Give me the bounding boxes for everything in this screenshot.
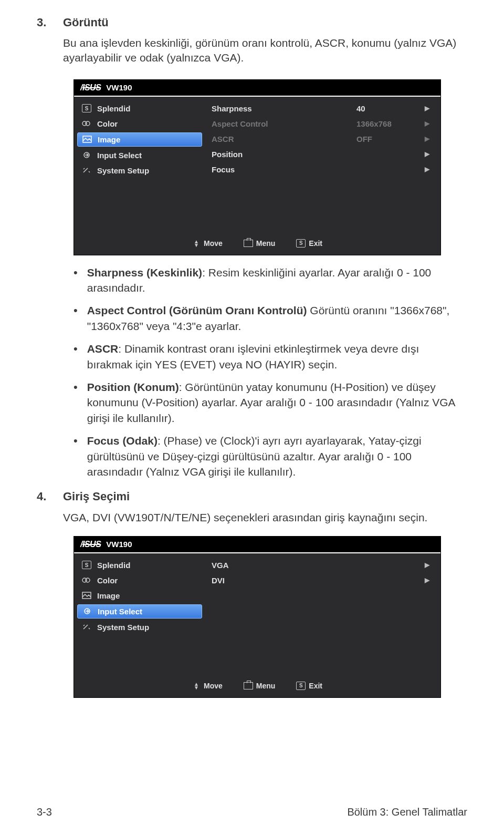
arrow-right-icon: ▶ (425, 561, 434, 569)
bullet-ascr: ASCR: Dinamik kontrast oranı işlevini et… (74, 341, 467, 372)
bullet-term: Position (Konum) (87, 381, 179, 393)
sidebar-label: Image (97, 591, 120, 600)
asus-logo-icon: /ISUS (80, 83, 101, 92)
footer-label: Menu (256, 239, 276, 248)
sidebar-label: Color (97, 576, 118, 585)
row-sharpness[interactable]: Sharpness 40 ▶ (205, 101, 440, 116)
setting-value: 1366x768 (356, 119, 425, 128)
section-4-header: 4. Giriş Seçimi (37, 490, 467, 503)
arrow-right-icon: ▶ (425, 105, 434, 112)
tools-icon (80, 167, 93, 174)
s-key-icon: S (296, 682, 306, 690)
row-aspect-control[interactable]: Aspect Control 1366x768 ▶ (205, 116, 440, 131)
sidebar-item-input[interactable]: Input Select (77, 604, 202, 619)
arrow-right-icon: ▶ (425, 576, 434, 584)
sidebar-item-system[interactable]: System Setup (74, 620, 205, 635)
sidebar-item-input[interactable]: Input Select (74, 148, 205, 163)
row-ascr[interactable]: ASCR OFF ▶ (205, 131, 440, 147)
footer-menu: Menu (244, 239, 276, 248)
setting-value: 40 (356, 104, 425, 113)
page-number: 3-3 (37, 806, 52, 818)
setting-label: Sharpness (212, 104, 356, 113)
osd-header: /ISUS VW190 (74, 80, 440, 96)
input-icon (81, 608, 93, 615)
footer-exit: S Exit (296, 682, 322, 690)
bullet-text: : Dinamik kontrast oranı işlevini etkinl… (87, 343, 419, 370)
row-vga[interactable]: VGA ▶ (205, 558, 440, 573)
palette-icon (80, 120, 93, 127)
setting-label: VGA (212, 561, 356, 570)
osd-settings: VGA ▶ DVI ▶ (205, 553, 440, 676)
sidebar-label: Splendid (97, 104, 130, 113)
osd-empty-space (205, 588, 440, 672)
footer-label: Exit (309, 682, 322, 690)
input-icon (80, 151, 93, 159)
arrow-right-icon: ▶ (425, 166, 434, 173)
setting-label: Aspect Control (212, 119, 356, 128)
tools-icon (80, 623, 93, 631)
arrow-right-icon: ▶ (425, 150, 434, 158)
osd-sidebar: S Splendid Color Image Input Select Syst… (74, 97, 205, 234)
footer-label: Exit (309, 239, 322, 248)
osd-input-select-menu: /ISUS VW190 S Splendid Color Image Input… (74, 536, 441, 698)
s-key-icon: S (80, 104, 93, 112)
page-footer: 3-3 Bölüm 3: Genel Talimatlar (0, 806, 504, 818)
footer-move: ▲▼ Move (192, 238, 223, 249)
sidebar-label: Color (97, 119, 118, 128)
setting-value: OFF (356, 135, 425, 143)
bullet-term: ASCR (87, 343, 119, 355)
section-3-bullets: Sharpness (Keskinlik): Resim keskinliğin… (74, 265, 467, 480)
row-dvi[interactable]: DVI ▶ (205, 573, 440, 588)
arrow-right-icon: ▶ (425, 135, 434, 142)
osd-image-menu: /ISUS VW190 S Splendid Color Image Input… (74, 79, 441, 255)
sidebar-label: Splendid (97, 561, 130, 570)
footer-exit: S Exit (296, 239, 322, 248)
menu-icon (244, 682, 253, 689)
footer-label: Menu (256, 682, 276, 690)
section-4-intro: VGA, DVI (VW190T/N/TE/NE) seçenekleri ar… (63, 510, 467, 525)
bullet-focus: Focus (Odak): (Phase) ve (Clock)'i ayrı … (74, 433, 467, 479)
chapter-title: Bölüm 3: Genel Talimatlar (347, 806, 467, 818)
sidebar-label: Image (98, 135, 120, 144)
bullet-term: Aspect Control (Görünüm Oranı Kontrolü) (87, 304, 307, 316)
s-key-icon: S (296, 239, 306, 248)
svg-point-1 (86, 121, 90, 126)
sidebar-label: System Setup (97, 166, 149, 175)
osd-footer: ▲▼ Move Menu S Exit (74, 676, 440, 697)
arrow-right-icon: ▶ (425, 120, 434, 127)
osd-model: VW190 (106, 83, 132, 92)
footer-move: ▲▼ Move (192, 681, 223, 691)
setting-label: Focus (212, 165, 356, 174)
bullet-sharpness: Sharpness (Keskinlik): Resim keskinliğin… (74, 265, 467, 296)
sidebar-item-system[interactable]: System Setup (74, 163, 205, 178)
sidebar-item-image[interactable]: Image (74, 588, 205, 603)
osd-empty-space (205, 177, 440, 230)
sidebar-item-splendid[interactable]: S Splendid (74, 558, 205, 573)
osd-settings: Sharpness 40 ▶ Aspect Control 1366x768 ▶… (205, 97, 440, 234)
section-3-number: 3. (37, 16, 63, 29)
footer-label: Move (204, 239, 223, 248)
s-key-icon: S (80, 561, 93, 569)
palette-icon (80, 576, 93, 584)
updown-arrow-icon: ▲▼ (192, 238, 201, 249)
updown-arrow-icon: ▲▼ (192, 681, 201, 691)
image-icon (81, 136, 93, 143)
row-position[interactable]: Position ▶ (205, 147, 440, 162)
bullet-term: Sharpness (Keskinlik) (87, 266, 202, 279)
asus-logo-icon: /ISUS (80, 540, 101, 549)
image-icon (80, 592, 93, 599)
bullet-position: Position (Konum): Görüntünün yatay konum… (74, 379, 467, 426)
osd-footer: ▲▼ Move Menu S Exit (74, 234, 440, 255)
row-focus[interactable]: Focus ▶ (205, 162, 440, 177)
menu-icon (244, 240, 253, 247)
section-3-title: Görüntü (63, 16, 109, 29)
osd-model: VW190 (106, 540, 132, 549)
sidebar-item-splendid[interactable]: S Splendid (74, 101, 205, 116)
sidebar-item-image[interactable]: Image (77, 132, 202, 147)
bullet-aspect: Aspect Control (Görünüm Oranı Kontrolü) … (74, 303, 467, 334)
sidebar-item-color[interactable]: Color (74, 573, 205, 588)
sidebar-label: Input Select (97, 151, 142, 160)
sidebar-label: System Setup (97, 623, 149, 632)
sidebar-item-color[interactable]: Color (74, 116, 205, 131)
setting-label: Position (212, 150, 356, 159)
